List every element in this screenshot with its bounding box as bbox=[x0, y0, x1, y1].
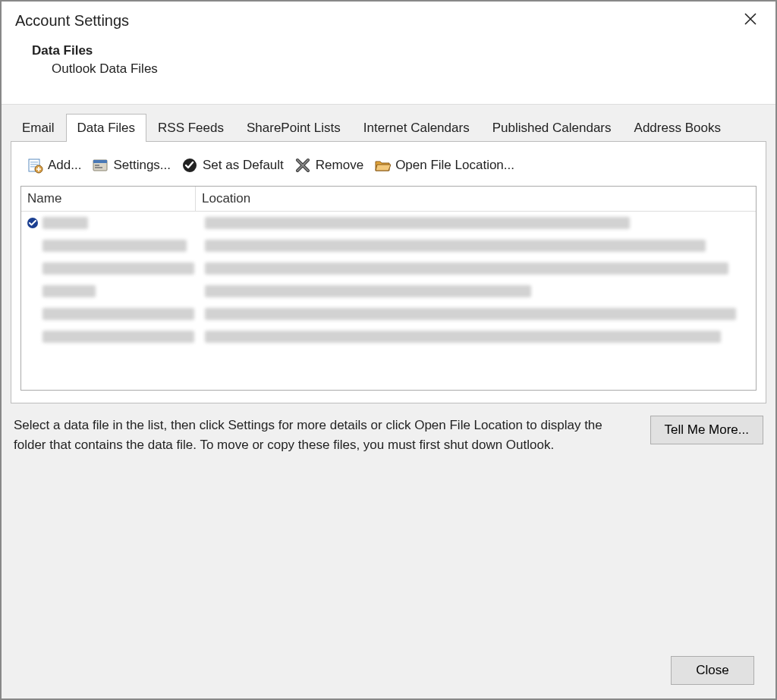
help-row: Select a data file in the list, then cli… bbox=[11, 403, 766, 454]
settings-button[interactable]: Settings... bbox=[90, 155, 172, 175]
data-files-toolbar: Add... Settings... bbox=[20, 155, 757, 175]
default-indicator-icon bbox=[26, 330, 39, 344]
table-row[interactable] bbox=[21, 325, 756, 348]
svg-rect-7 bbox=[95, 165, 99, 166]
column-header-location[interactable]: Location bbox=[196, 187, 756, 212]
cell-name bbox=[42, 217, 199, 229]
add-label: Add... bbox=[48, 158, 81, 173]
section-title: Data Files bbox=[32, 43, 775, 58]
data-files-list[interactable]: Name Location bbox=[20, 186, 757, 391]
cell-name bbox=[42, 262, 199, 275]
remove-button[interactable]: Remove bbox=[293, 155, 365, 175]
settings-label: Settings... bbox=[113, 158, 171, 173]
table-row[interactable] bbox=[21, 280, 756, 303]
account-settings-window: Account Settings Data Files Outlook Data… bbox=[0, 0, 777, 700]
tell-me-more-button[interactable]: Tell Me More... bbox=[650, 416, 763, 444]
cell-location bbox=[205, 240, 751, 252]
default-indicator-icon bbox=[26, 239, 39, 253]
tab-strip: EmailData FilesRSS FeedsSharePoint Lists… bbox=[11, 114, 766, 142]
tab-data-files[interactable]: Data Files bbox=[66, 114, 147, 142]
default-indicator-icon bbox=[26, 284, 39, 298]
set-default-label: Set as Default bbox=[203, 158, 284, 173]
set-default-button[interactable]: Set as Default bbox=[180, 155, 285, 175]
section-header: Data Files Outlook Data Files bbox=[2, 37, 775, 104]
remove-label: Remove bbox=[316, 158, 363, 173]
cell-name bbox=[42, 308, 199, 320]
window-title: Account Settings bbox=[15, 12, 129, 30]
tab-address-books[interactable]: Address Books bbox=[623, 114, 732, 142]
table-row[interactable] bbox=[21, 212, 756, 234]
default-indicator-icon bbox=[26, 262, 39, 275]
tab-published-calendars[interactable]: Published Calendars bbox=[481, 114, 623, 142]
checkmark-circle-icon bbox=[181, 157, 198, 174]
cell-name bbox=[42, 331, 199, 343]
tab-internet-calendars[interactable]: Internet Calendars bbox=[352, 114, 481, 142]
default-indicator-icon bbox=[26, 307, 39, 321]
svg-rect-1 bbox=[30, 162, 38, 163]
svg-rect-6 bbox=[93, 160, 107, 163]
tab-pane-data-files: Add... Settings... bbox=[11, 141, 766, 403]
cell-name bbox=[42, 285, 199, 297]
title-bar: Account Settings bbox=[2, 2, 775, 37]
cell-location bbox=[205, 217, 751, 229]
column-header-name[interactable]: Name bbox=[21, 187, 196, 212]
add-file-icon bbox=[27, 157, 43, 174]
default-indicator-icon bbox=[26, 216, 39, 230]
cell-location bbox=[205, 262, 751, 275]
open-file-location-label: Open File Location... bbox=[395, 158, 514, 173]
tab-email[interactable]: Email bbox=[11, 114, 66, 142]
close-button[interactable]: Close bbox=[671, 656, 754, 685]
cell-location bbox=[205, 285, 751, 297]
table-row[interactable] bbox=[21, 303, 756, 325]
dialog-body: EmailData FilesRSS FeedsSharePoint Lists… bbox=[2, 104, 775, 698]
settings-icon bbox=[92, 157, 109, 174]
table-row[interactable] bbox=[21, 257, 756, 280]
folder-open-icon bbox=[374, 157, 391, 174]
dialog-footer: Close bbox=[11, 454, 766, 698]
svg-rect-8 bbox=[95, 167, 102, 168]
svg-rect-2 bbox=[30, 164, 38, 165]
table-row[interactable] bbox=[21, 234, 756, 257]
help-text: Select a data file in the list, then cli… bbox=[14, 416, 635, 454]
remove-x-icon bbox=[294, 157, 311, 174]
cell-name bbox=[42, 240, 199, 252]
tab-rss-feeds[interactable]: RSS Feeds bbox=[146, 114, 235, 142]
close-icon[interactable] bbox=[739, 12, 762, 29]
list-body bbox=[21, 212, 756, 348]
cell-location bbox=[205, 331, 751, 343]
add-button[interactable]: Add... bbox=[25, 155, 83, 175]
open-file-location-button[interactable]: Open File Location... bbox=[373, 155, 516, 175]
tab-sharepoint-lists[interactable]: SharePoint Lists bbox=[235, 114, 352, 142]
section-description: Outlook Data Files bbox=[52, 61, 775, 77]
list-header: Name Location bbox=[21, 187, 756, 212]
cell-location bbox=[205, 308, 751, 320]
